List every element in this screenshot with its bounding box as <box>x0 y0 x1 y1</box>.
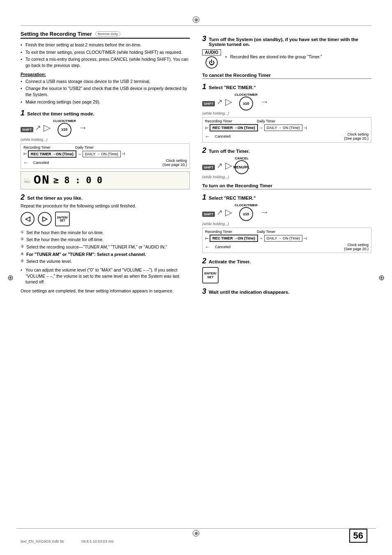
cancel-step1-text: Select "REC TIMER." <box>209 85 256 90</box>
rec-timer-box-1: REC TIMER →ON (Time) <box>28 150 76 158</box>
turnon-daily-label: Daily Timer <box>257 230 275 234</box>
while-holding-turnon-1: (while holding...) <box>202 222 371 226</box>
step2-num: 2 <box>21 193 25 201</box>
num-item-1: ① Set the hour then the minute for on-ti… <box>21 230 190 236</box>
bullet-2: To exit the timer settings, press CLOCK/… <box>21 49 190 55</box>
section-title: Setting the Recording Timer Remote Only <box>21 31 190 39</box>
volume-note: You can adjust the volume level ("0" to … <box>21 267 190 285</box>
step1-key-diagram: SHIFT ↗ ▷ CLOCK/TIMER ≥10 → <box>21 119 190 137</box>
arrow-turnon-2: → <box>260 207 269 218</box>
left-step2-heading: 2 Set the timer as you like. <box>21 193 190 201</box>
while-holding-1: (while holding...) <box>21 138 190 142</box>
turnon-flow-body: ⊢ REC TIMER →ON (Time) → DAILY → ON (Tim… <box>205 235 369 242</box>
arrow-cancel-2: → <box>260 97 269 107</box>
cancel-key-label: CANCEL <box>235 157 248 160</box>
bullet-1: Finish the timer setting at least 2 minu… <box>21 42 190 48</box>
rec-dot-1: ○ ○ <box>24 177 28 180</box>
step3-text: Turn off the System (on standby), if you… <box>209 37 371 47</box>
num-item-3: ③ Select the recording source—"TUNER AM,… <box>21 244 190 250</box>
while-holding-cancel-2: (while holding...) <box>202 175 371 179</box>
clock-timer-label: CLOCK/TIMER <box>53 119 76 123</box>
cancel-step2-heading: 2 Turn off the Timer. <box>202 147 371 154</box>
step1-num: 1 <box>21 109 25 117</box>
on-display-text: ON <box>34 173 50 187</box>
enter-key: ENTER/SET <box>55 212 70 226</box>
numbered-list: ① Set the hour then the minute for on-ti… <box>21 230 190 265</box>
left-reg-mark: ⊕ <box>7 273 14 282</box>
turnon-step1-keys: SHIFT ↗ ▷ CLOCK/TIMER ≥10 → <box>202 203 371 221</box>
left-column: Setting the Recording Timer Remote Only … <box>21 31 190 299</box>
cancel-rec-box: REC TIMER →ON (Time) <box>210 124 258 131</box>
cancel-step1-heading: 1 Select "REC TIMER." <box>202 83 371 90</box>
cancel-heading: To cancel the Recording Timer <box>202 73 371 79</box>
turnon-flow-arrow: → <box>259 236 263 241</box>
once-settings-text: Once settings are completed, the timer s… <box>21 288 190 293</box>
time-display: ≥ 8 : 0 0 <box>53 175 102 185</box>
cancel-flow-body: ⊢ REC TIMER →ON (Time) → DAILY → ON (Tim… <box>205 124 369 131</box>
cancel-step2-num: 2 <box>202 147 206 154</box>
turnon-step1-num: 1 <box>202 193 206 201</box>
right-column: 3 Turn off the System (on standby), if y… <box>202 31 371 299</box>
cancel-flow-arrow: → <box>259 125 263 130</box>
turnon-rec-box: REC TIMER →ON (Time) <box>210 235 258 242</box>
cancel-flow-header: Recording Timer Daily Timer <box>205 119 369 123</box>
canceled-1: Canceled <box>33 161 49 165</box>
right-step3: 3 Turn off the System (on standby), if y… <box>202 35 371 69</box>
arrow-cancel-1: ▷ <box>225 97 232 107</box>
controls-row: ◁ ▷ ENTER/SET <box>21 212 190 226</box>
num-item-4: ④ For "TUNER AM" or "TUNER FM": Select a… <box>21 251 190 258</box>
flow-bottom-1: ← Canceled Clock setting (See page 20.) <box>23 159 187 167</box>
turnon-step3-heading: 3 Wait until the indication disappears. <box>202 288 371 295</box>
turnon-step3-text: Wait until the indication disappears. <box>209 290 289 295</box>
num-item-5: ⑤ Select the volume level. <box>21 258 190 265</box>
enter-set-btn: ENTER/SET <box>202 267 219 283</box>
left-flow-diagram-1: Recording Timer Daily Timer ⊢ REC TIMER … <box>21 143 190 169</box>
flow-header-1: Recording Timer Daily Timer <box>23 145 187 150</box>
cancel-rec-label: Recording Timer <box>205 119 232 123</box>
turnon-step2-num: 2 <box>202 257 206 265</box>
section-title-text: Setting the Recording Timer <box>21 31 92 37</box>
page-number: 56 <box>349 529 367 543</box>
shift-key-cancel2: SHIFT <box>202 165 215 170</box>
intro-bullets: Finish the timer setting at least 2 minu… <box>21 42 190 69</box>
daily-box-1: DAILY → ON (Time) <box>83 151 121 157</box>
prep-bullet-3: Make recording settings (see page 29). <box>21 99 190 105</box>
enter-set-row: ENTER/SET <box>202 267 371 283</box>
step1-text: Select the timer setting mode. <box>27 111 95 116</box>
while-holding-cancel-1: (while holding...) <box>202 111 371 115</box>
cancel-step2-text: Turn off the Timer. <box>209 149 250 154</box>
cancel-step1-keys: SHIFT ↗ ▷ CLOCK/TIMER ≥10 → <box>202 93 371 111</box>
cancel-section: To cancel the Recording Timer 1 Select "… <box>202 73 371 179</box>
remote-badge: Remote Only <box>95 31 120 37</box>
shift-key-cancel: SHIFT <box>202 101 215 106</box>
cancel-step2-keys: SHIFT ↗ ▷ CANCEL MENU/PL <box>202 157 371 174</box>
right-step3-heading: 3 Turn off the System (on standby), if y… <box>202 35 371 47</box>
audio-note-list: Recorded files are stored into the group… <box>225 54 322 61</box>
turnon-step3-num: 3 <box>202 288 206 295</box>
on-display: ○ ○ REC ON ≥ 8 : 0 0 <box>21 171 190 189</box>
cancel-daily-box: DAILY → ON (Time) <box>264 124 302 131</box>
shift-key-turnon: SHIFT <box>202 212 215 217</box>
page: ⊕ ⊕ ⊕ Setting the Recording Timer Remote… <box>0 0 392 555</box>
repeat-text: Repeat the procedure for the following s… <box>21 203 190 208</box>
clock-setting-1: Clock setting (See page 20.) <box>162 159 187 167</box>
audio-note: Recorded files are stored into the group… <box>225 54 322 60</box>
cancel-clock-setting: Clock setting (See page 20.) <box>344 132 369 140</box>
turnon-flow-bottom: ← Canceled Clock setting (See page 20.) <box>205 243 369 251</box>
clock-key-cancel: ≥10 <box>239 97 253 111</box>
cancel-btn-visual: MENU/PL <box>235 160 249 174</box>
clock-timer-label-turnon: CLOCK/TIMER <box>235 203 258 207</box>
turnon-daily-box: DAILY → ON (Time) <box>264 235 302 242</box>
turnon-step2-heading: 2 Activate the Timer. <box>202 257 371 265</box>
step3-num: 3 <box>202 35 206 42</box>
prep-bullet-1: Connect a USB mass storage class device … <box>21 78 190 85</box>
arrow-1: ▷ <box>44 122 51 133</box>
turn-on-heading: To turn on the Recording Timer <box>202 183 371 189</box>
turnon-clock-setting: Clock setting (See page 20.) <box>344 243 369 251</box>
canceled-3: Canceled <box>215 245 231 249</box>
clock-timer-label-cancel: CLOCK/TIMER <box>235 93 258 97</box>
turnon-step1-text: Select "REC TIMER." <box>209 196 256 200</box>
num-item-2: ② Set the hour then the minute for off-t… <box>21 237 190 243</box>
turnon-rec-label: Recording Timer <box>205 230 232 234</box>
rec-label-1: Recording Timer <box>23 145 51 150</box>
